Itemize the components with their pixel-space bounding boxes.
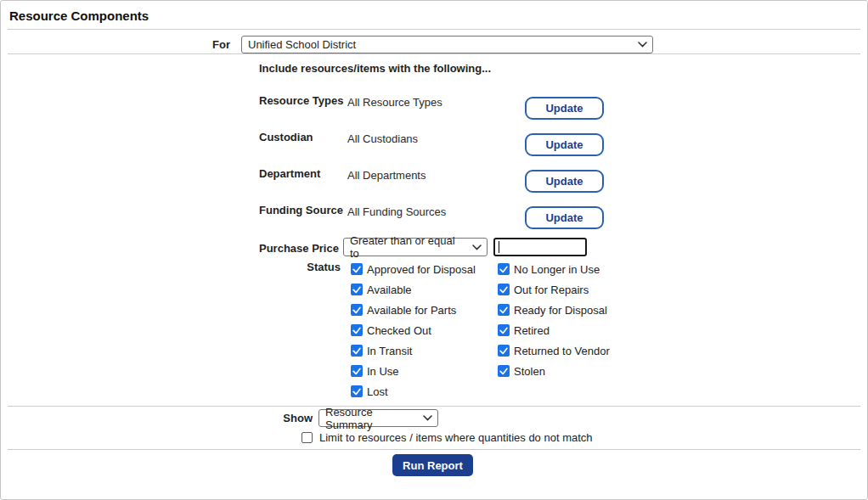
status-checkbox-checked[interactable] bbox=[498, 365, 510, 377]
status-option-label: Lost bbox=[367, 385, 388, 398]
status-checkbox-checked[interactable] bbox=[351, 385, 363, 397]
funding-source-update-button[interactable]: Update bbox=[525, 206, 604, 229]
limit-quantities-checkbox-unchecked[interactable] bbox=[302, 432, 313, 443]
resource-types-value: All Resource Types bbox=[347, 96, 442, 109]
department-update-button[interactable]: Update bbox=[525, 170, 604, 193]
chevron-down-icon bbox=[638, 42, 647, 48]
chevron-down-icon bbox=[472, 244, 482, 250]
show-select-value: Resource Summary bbox=[325, 406, 416, 431]
purchase-price-operator-value: Greater than or equal to bbox=[350, 234, 465, 260]
show-label: Show bbox=[236, 412, 313, 424]
status-checkbox-checked[interactable] bbox=[498, 284, 510, 295]
status-option-label: Checked Out bbox=[367, 324, 431, 337]
status-option: No Longer in Use bbox=[498, 263, 610, 275]
status-option-label: No Longer in Use bbox=[514, 263, 600, 276]
status-option: Retired bbox=[498, 324, 610, 336]
status-option: Checked Out bbox=[351, 324, 476, 336]
purchase-price-amount-input[interactable] bbox=[493, 238, 587, 256]
status-option: Available for Parts bbox=[351, 304, 476, 316]
status-checkbox-checked[interactable] bbox=[351, 263, 363, 275]
status-checkbox-checked[interactable] bbox=[498, 304, 510, 316]
custodian-value: All Custodians bbox=[347, 132, 418, 145]
status-checkbox-checked[interactable] bbox=[498, 345, 510, 357]
status-option-label: Ready for Disposal bbox=[514, 304, 607, 317]
status-checkbox-checked[interactable] bbox=[351, 345, 363, 357]
status-option: Returned to Vendor bbox=[498, 345, 610, 357]
status-option-label: In Use bbox=[367, 365, 399, 378]
status-option-label: Returned to Vendor bbox=[514, 345, 610, 357]
for-label: For bbox=[154, 38, 230, 51]
custodian-update-button[interactable]: Update bbox=[525, 133, 604, 156]
status-option: Stolen bbox=[498, 365, 610, 377]
text-cursor bbox=[499, 241, 499, 253]
purchase-price-operator-select[interactable]: Greater than or equal to bbox=[343, 238, 488, 256]
status-column-1: Approved for Disposal Available Availabl… bbox=[351, 263, 476, 406]
status-option: Lost bbox=[351, 385, 476, 397]
show-select[interactable]: Resource Summary bbox=[318, 409, 438, 427]
status-option-label: Out for Repairs bbox=[514, 284, 589, 296]
divider bbox=[8, 29, 860, 30]
district-select[interactable]: Unified School District bbox=[241, 36, 653, 53]
chevron-down-icon bbox=[423, 415, 432, 421]
status-label: Status bbox=[259, 261, 341, 273]
divider bbox=[8, 406, 860, 407]
limit-quantities-label: Limit to resources / items where quantit… bbox=[319, 431, 593, 444]
department-value: All Departments bbox=[347, 169, 426, 182]
status-option-label: Stolen bbox=[514, 365, 545, 378]
status-option-label: Approved for Disposal bbox=[367, 263, 476, 276]
status-checkbox-checked[interactable] bbox=[351, 304, 363, 316]
status-option: Available bbox=[351, 284, 476, 295]
status-checkbox-checked[interactable] bbox=[351, 365, 363, 377]
run-report-button[interactable]: Run Report bbox=[392, 454, 473, 476]
status-option-label: In Transit bbox=[367, 345, 412, 357]
status-checkbox-checked[interactable] bbox=[351, 324, 363, 336]
resource-components-panel: Resource Components For Unified School D… bbox=[0, 0, 868, 500]
district-select-value: Unified School District bbox=[248, 38, 356, 51]
status-option: Out for Repairs bbox=[498, 284, 610, 295]
department-label: Department bbox=[259, 167, 320, 180]
status-option: In Use bbox=[351, 365, 476, 377]
status-column-2: No Longer in Use Out for Repairs Ready f… bbox=[498, 263, 610, 385]
funding-source-value: All Funding Sources bbox=[347, 205, 446, 218]
purchase-price-label: Purchase Price bbox=[259, 242, 339, 255]
resource-types-label: Resource Types bbox=[259, 94, 343, 107]
resource-types-update-button[interactable]: Update bbox=[525, 97, 604, 120]
funding-source-label: Funding Source bbox=[259, 204, 343, 216]
include-heading: Include resources/items with the followi… bbox=[259, 62, 491, 75]
status-checkbox-checked[interactable] bbox=[351, 284, 363, 295]
page-title: Resource Components bbox=[9, 8, 149, 23]
divider bbox=[8, 53, 860, 54]
status-option-label: Available for Parts bbox=[367, 304, 456, 317]
status-option: Approved for Disposal bbox=[351, 263, 476, 275]
status-checkbox-checked[interactable] bbox=[498, 324, 510, 336]
status-option-label: Available bbox=[367, 284, 412, 296]
status-option-label: Retired bbox=[514, 324, 550, 337]
custodian-label: Custodian bbox=[259, 131, 313, 143]
status-checkbox-checked[interactable] bbox=[498, 263, 510, 275]
status-option: In Transit bbox=[351, 345, 476, 357]
divider bbox=[8, 449, 860, 450]
status-option: Ready for Disposal bbox=[498, 304, 610, 316]
